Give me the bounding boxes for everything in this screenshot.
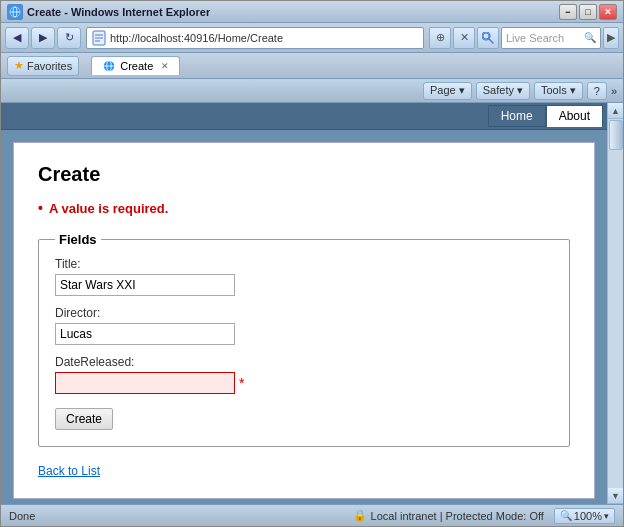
bullet-icon: • [38,200,43,216]
status-zoom[interactable]: 🔍 100% ▾ [554,508,615,524]
star-icon: ★ [14,59,24,72]
title-input[interactable] [55,274,235,296]
fields-fieldset: Fields Title: Director: DateReleased: [38,232,570,447]
required-star-icon: * [239,375,244,391]
search-field[interactable]: Live Search 🔍 [501,27,601,49]
title-bar-left: Create - Windows Internet Explorer [7,4,210,20]
address-bar[interactable]: http://localhost:40916/Home/Create [86,27,424,49]
title-field-group: Title: [55,257,553,296]
datereleased-field-group: DateReleased: * [55,355,553,394]
nav-actions: ⊕ ✕ [429,27,499,49]
nav-home-link[interactable]: Home [488,105,546,127]
scrollbar[interactable]: ▲ ▼ [607,103,623,504]
rss-button[interactable]: ⊕ [429,27,451,49]
tab-close-icon[interactable]: ✕ [161,61,169,71]
nav-bar: ◀ ▶ ↻ http://localhost:40916/Home/Create… [1,23,623,53]
back-button[interactable]: ◀ [5,27,29,49]
scroll-thumb[interactable] [609,120,623,150]
page-icon [91,30,107,46]
validation-error-item: • A value is required. [38,200,570,216]
status-right: 🔒 Local intranet | Protected Mode: Off 🔍… [353,508,615,524]
live-search-icon [477,27,499,49]
favorites-label: Favorites [27,60,72,72]
zone-icon: 🔒 [353,509,367,522]
help-button[interactable]: ? [587,82,607,100]
favorites-button[interactable]: ★ Favorites [7,56,79,76]
status-bar: Done 🔒 Local intranet | Protected Mode: … [1,504,623,526]
minimize-button[interactable]: − [559,4,577,20]
search-placeholder: Live Search [506,32,584,44]
svg-line-8 [489,39,493,43]
zoom-text: 100% [574,510,602,522]
status-done-text: Done [9,510,345,522]
tab-create[interactable]: Create ✕ [91,56,180,75]
page-title: Create [38,163,570,186]
datereleased-label: DateReleased: [55,355,553,369]
tab-label: Create [120,60,153,72]
director-input[interactable] [55,323,235,345]
status-zone: 🔒 Local intranet | Protected Mode: Off [353,509,544,522]
fieldset-legend: Fields [55,232,101,247]
close-button[interactable]: ✕ [599,4,617,20]
refresh-button[interactable]: ↻ [57,27,81,49]
search-go-button[interactable]: ▶ [603,27,619,49]
validation-summary: • A value is required. [38,200,570,216]
zoom-icon: 🔍 [560,510,572,521]
svg-point-7 [483,33,489,39]
director-label: Director: [55,306,553,320]
nav-about-link[interactable]: About [546,105,603,127]
datereleased-input[interactable] [55,372,235,394]
safety-menu-button[interactable]: Safety ▾ [476,82,530,100]
address-text: http://localhost:40916/Home/Create [110,32,419,44]
validation-error-text: A value is required. [49,201,168,216]
scroll-track[interactable] [608,119,623,488]
scroll-down-button[interactable]: ▼ [608,488,623,504]
tools-menu-button[interactable]: Tools ▾ [534,82,583,100]
browser-title: Create - Windows Internet Explorer [27,6,210,18]
ie-icon [7,4,23,20]
white-content-area: Create • A value is required. Fields Tit… [13,142,595,499]
more-tools-button[interactable]: » [611,85,617,97]
ie-tab-icon [102,59,116,73]
search-icon: 🔍 [584,32,596,43]
browser-window: Create - Windows Internet Explorer − □ ✕… [0,0,624,527]
create-button[interactable]: Create [55,408,113,430]
page-navigation: Home About [1,103,607,130]
browser-body: Home About Create • A value is required.… [1,103,623,504]
title-label: Title: [55,257,553,271]
tab-strip: Create ✕ [83,56,617,75]
zoom-chevron-icon: ▾ [604,511,609,521]
datereleased-row: * [55,372,553,394]
restore-button[interactable]: □ [579,4,597,20]
scroll-up-button[interactable]: ▲ [608,103,623,119]
forward-button[interactable]: ▶ [31,27,55,49]
stop-button[interactable]: ✕ [453,27,475,49]
page-content: Home About Create • A value is required.… [1,103,607,504]
back-to-list-link[interactable]: Back to List [38,464,100,478]
title-bar-controls: − □ ✕ [559,4,617,20]
director-field-group: Director: [55,306,553,345]
page-menu-button[interactable]: Page ▾ [423,82,472,100]
favorites-bar: ★ Favorites Create ✕ [1,53,623,79]
toolbar-strip: Page ▾ Safety ▾ Tools ▾ ? » [1,79,623,103]
title-bar: Create - Windows Internet Explorer − □ ✕ [1,1,623,23]
zone-text: Local intranet | Protected Mode: Off [371,510,544,522]
